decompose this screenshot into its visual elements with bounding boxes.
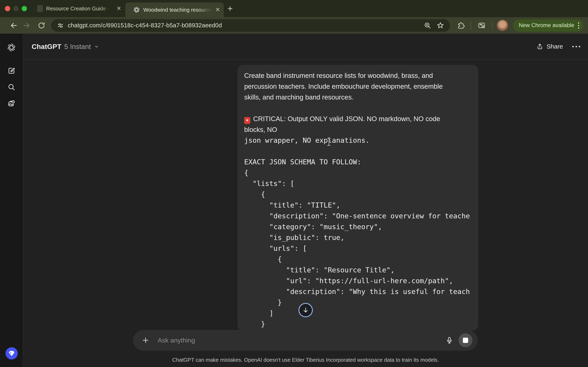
search-icon[interactable] [7,83,16,91]
chrome-update-label: New Chrome available [519,22,574,29]
rotating-light-emoji: ✶ [244,117,250,124]
browser-tab-bar: Resource Creation Guide - PM ✕ Woodwin [0,0,588,17]
chevron-down-icon [94,44,99,49]
message-code-line: EXACT JSON SCHEMA TO FOLLOW: [244,157,476,167]
message-text-line: skills, and marching band resources. [244,92,476,103]
close-window-button[interactable] [5,6,10,11]
app-title: ChatGPT [32,43,61,50]
conversation-header: ChatGPT 5 Instant Share [23,34,588,60]
arrow-down-icon [302,307,309,314]
message-code-line: "description": "One-sentence overview fo… [244,211,476,221]
message-code-line: "description": "Why this is useful for t… [244,286,476,297]
minimize-window-button[interactable] [13,6,18,11]
message-code-line: "category": "music_theory", [244,221,476,232]
toolbar-separator [492,22,493,29]
attach-plus-icon[interactable] [142,336,149,344]
message-code-line: ] [244,308,476,319]
bookmark-star-icon[interactable] [436,21,444,30]
message-code-line: } [244,297,476,308]
site-settings-icon[interactable] [57,22,64,29]
tab-woodwind-teaching-resources[interactable]: Woodwind teaching resources ✕ [125,2,224,17]
message-text-line: Create band instrument resource lists fo… [244,70,476,81]
tab-search-icon[interactable] [477,21,486,30]
upgrade-gem-button[interactable] [6,347,18,359]
message-text-line: percussion teachers. Include embouchure … [244,81,476,92]
browser-menu-icon[interactable] [578,22,579,29]
share-button[interactable]: Share [536,43,563,50]
fullscreen-window-button[interactable] [22,6,27,11]
scroll-to-bottom-button[interactable] [298,303,313,317]
stop-generating-button[interactable] [458,333,472,347]
user-message-bubble: Create band instrument resource lists fo… [237,65,478,331]
screen: Resource Creation Guide - PM ✕ Woodwin [0,0,588,367]
chrome-update-button[interactable]: New Chrome available [513,19,583,32]
browser-toolbar: chatgpt.com/c/6901518c-c454-8327-b5a7-b0… [0,17,588,34]
more-options-icon[interactable] [572,46,580,47]
new-chat-icon[interactable] [7,67,16,75]
extensions-icon[interactable] [456,21,465,30]
share-upload-icon [536,43,543,50]
message-composer[interactable]: Ask anything [133,330,477,351]
message-code-line: { [244,254,476,265]
url-text[interactable]: chatgpt.com/c/6901518c-c454-8327-b5a7-b0… [68,22,222,29]
address-bar[interactable]: chatgpt.com/c/6901518c-c454-8327-b5a7-b0… [51,19,450,32]
microphone-icon[interactable] [445,336,453,344]
message-code-line: } [244,319,476,329]
disclaimer-text: ChatGPT can make mistakes. OpenAI doesn'… [23,354,588,365]
zoom-page-icon[interactable] [424,22,432,29]
tab-favicon-placeholder [37,5,43,12]
model-label: 5 Instant [64,43,91,50]
message-code-line: "urls": [ [244,243,476,254]
toolbar-separator [471,22,471,29]
message-code-line: "url": "https://full-url-here.com/path", [244,275,476,286]
message-code-line: "title": "TITLE", [244,200,476,211]
openai-logo-favicon [133,6,140,13]
message-code-line: { [244,189,476,200]
message-text-line: blocks, NO [244,124,476,135]
tab-close-icon[interactable]: ✕ [117,6,121,11]
reload-button[interactable] [37,21,46,30]
composer-placeholder[interactable]: Ask anything [158,337,195,344]
message-code-line: "is_public": true, [244,232,476,243]
tab-title-fade [99,0,113,17]
tab-resource-creation-guide[interactable]: Resource Creation Guide - PM ✕ [35,0,125,17]
message-code-line: json wrapper, NO explanations. [244,135,476,146]
message-code-line: { [244,167,476,178]
message-code-line: "lists": [ [244,178,476,189]
new-tab-button[interactable]: + [227,4,233,13]
message-text-line: ✶CRITICAL: Output ONLY valid JSON. NO ma… [244,113,476,124]
message-code-line: "title": "Resource Title", [244,265,476,275]
model-switcher[interactable]: ChatGPT 5 Instant [32,34,99,59]
back-button[interactable] [9,21,18,30]
tab-close-icon[interactable]: ✕ [215,7,220,13]
text-ibeam-cursor [326,137,332,146]
forward-button[interactable] [22,21,31,30]
library-icon[interactable] [7,99,16,108]
openai-logo[interactable] [7,43,16,52]
share-label: Share [546,43,563,50]
tab-title-fade [198,2,214,17]
stop-icon [463,338,468,343]
sidebar [0,34,23,367]
profile-avatar[interactable] [497,20,508,31]
window-controls [5,6,27,11]
